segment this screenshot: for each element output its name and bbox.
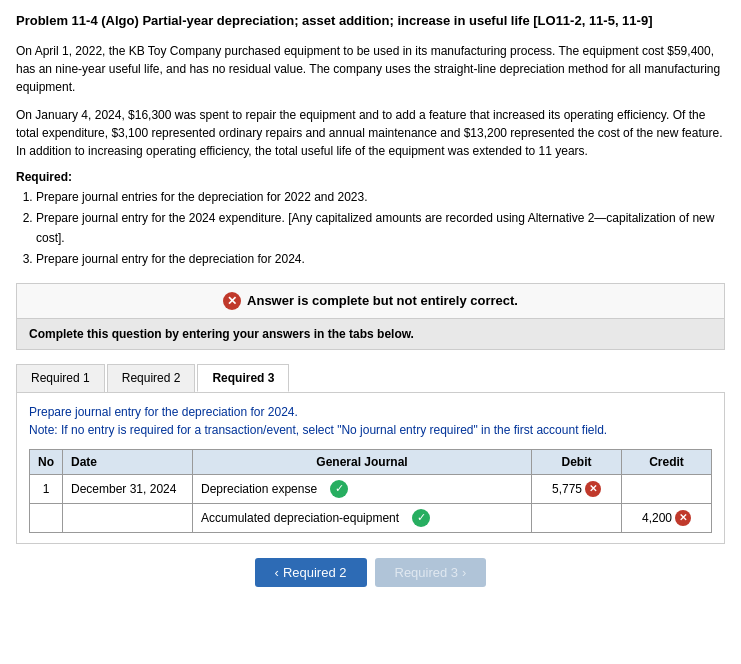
tab-instruction: Prepare journal entry for the depreciati… [29, 403, 712, 439]
answer-status-row: ✕ Answer is complete but not entirely co… [29, 292, 712, 310]
row-1-credit [622, 474, 712, 503]
prev-button[interactable]: ‹ Required 2 [255, 558, 367, 587]
complete-instruction-text: Complete this question by entering your … [29, 327, 414, 341]
row-2-credit: 4,200 ✕ [622, 503, 712, 532]
row-1-debit: 5,775 ✕ [532, 474, 622, 503]
row-2-credit-value: 4,200 ✕ [642, 510, 691, 526]
tab-content: Prepare journal entry for the depreciati… [16, 393, 725, 544]
problem-title: Problem 11-4 (Algo) Partial-year depreci… [16, 12, 725, 30]
row-2-debit [532, 503, 622, 532]
required-item-3: Prepare journal entry for the depreciati… [36, 250, 725, 269]
next-button: Required 3 › [375, 558, 487, 587]
row-2-check-icon: ✓ [412, 509, 430, 527]
tab-required-3[interactable]: Required 3 [197, 364, 289, 392]
row-1-debit-x-icon: ✕ [585, 481, 601, 497]
paragraph-2: On January 4, 2024, $16,300 was spent to… [16, 106, 725, 160]
col-header-debit: Debit [532, 449, 622, 474]
row-1-debit-value: 5,775 ✕ [552, 481, 601, 497]
tab-required-2[interactable]: Required 2 [107, 364, 196, 392]
col-header-date: Date [63, 449, 193, 474]
row-1-date: December 31, 2024 [63, 474, 193, 503]
complete-instruction-box: Complete this question by entering your … [16, 319, 725, 350]
required-item-1: Prepare journal entries for the deprecia… [36, 188, 725, 207]
col-header-no: No [30, 449, 63, 474]
row-1-no: 1 [30, 474, 63, 503]
tab-required-1[interactable]: Required 1 [16, 364, 105, 392]
nav-buttons: ‹ Required 2 Required 3 › [16, 558, 725, 587]
row-2-credit-x-icon: ✕ [675, 510, 691, 526]
row-1-check-icon: ✓ [330, 480, 348, 498]
row-1-account[interactable]: Depreciation expense ✓ [193, 474, 532, 503]
table-row: 1 December 31, 2024 Depreciation expense… [30, 474, 712, 503]
answer-status-text: Answer is complete but not entirely corr… [247, 293, 518, 308]
row-2-date [63, 503, 193, 532]
required-item-2: Prepare journal entry for the 2024 expen… [36, 209, 725, 247]
row-2-account[interactable]: Accumulated depreciation-equipment ✓ [193, 503, 532, 532]
table-row: Accumulated depreciation-equipment ✓ 4,2… [30, 503, 712, 532]
answer-status-box: ✕ Answer is complete but not entirely co… [16, 283, 725, 319]
row-2-no [30, 503, 63, 532]
required-list: Prepare journal entries for the deprecia… [16, 188, 725, 269]
journal-table: No Date General Journal Debit Credit 1 D… [29, 449, 712, 533]
col-header-general-journal: General Journal [193, 449, 532, 474]
required-label: Required: [16, 170, 725, 184]
required-section: Required: Prepare journal entries for th… [16, 170, 725, 269]
tabs-container: Required 1 Required 2 Required 3 [16, 364, 725, 393]
col-header-credit: Credit [622, 449, 712, 474]
error-icon: ✕ [223, 292, 241, 310]
paragraph-1: On April 1, 2022, the KB Toy Company pur… [16, 42, 725, 96]
